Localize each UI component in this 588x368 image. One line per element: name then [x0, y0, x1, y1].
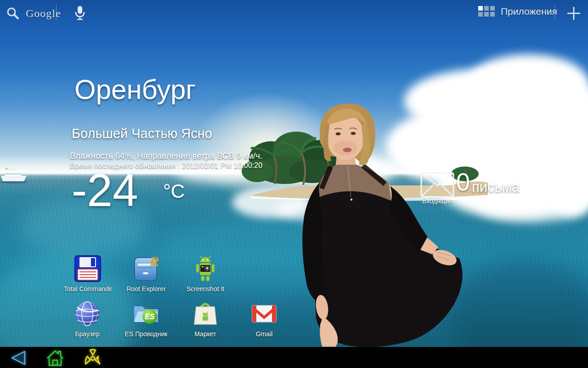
- gmail-envelope-icon: [249, 299, 279, 328]
- android-camera-icon: [191, 254, 220, 283]
- shortcut-market[interactable]: Маркет: [179, 299, 232, 338]
- plus-icon: [566, 6, 581, 21]
- svg-text:ES: ES: [145, 313, 155, 321]
- weather-widget[interactable]: Оренбург Большей Частью Ясно Влажность 6…: [69, 74, 317, 216]
- google-search-widget[interactable]: Google: [6, 4, 61, 23]
- apps-label: Приложения: [501, 6, 557, 17]
- email-widget[interactable]: Входящие 0 письма: [420, 171, 531, 207]
- back-button[interactable]: [6, 349, 30, 367]
- microphone-icon: [74, 5, 86, 21]
- topbar-divider: [554, 5, 555, 20]
- android-home-screen: Google Приложения Оренбург Большей Часть: [0, 0, 588, 368]
- shortcut-label: Total Commander: [64, 285, 112, 293]
- market-bag-icon: [191, 299, 220, 328]
- weather-unit: °C: [163, 180, 185, 202]
- add-widget-button[interactable]: [564, 4, 583, 23]
- shortcut-label: Root Explorer: [119, 285, 173, 293]
- weather-city: Оренбург: [74, 74, 196, 105]
- shortcut-screenshot-it[interactable]: Screenshot It: [179, 254, 232, 293]
- shortcut-root-explorer[interactable]: R Root Explorer: [119, 254, 173, 293]
- shortcut-gmail[interactable]: Gmail: [237, 299, 291, 338]
- weather-humidity-wind: Влажность 64%, Направление ветра ВСВ 9 к…: [70, 151, 262, 161]
- back-triangle-icon: [9, 350, 28, 366]
- shortcut-es-explorer[interactable]: ES ES Проводник: [119, 299, 173, 338]
- shortcut-label: Screenshot It: [179, 285, 232, 293]
- inbox-label: Входящие: [422, 197, 452, 205]
- shortcut-browser[interactable]: Браузер: [61, 299, 114, 338]
- shortcut-label: Маркет: [179, 330, 232, 338]
- recent-apps-button[interactable]: [81, 349, 105, 367]
- folder-es-icon: ES: [131, 299, 161, 328]
- unread-label: письма: [472, 179, 520, 196]
- apps-grid-icon: [478, 5, 495, 18]
- home-house-icon: [45, 349, 65, 367]
- envelope-icon: [420, 172, 454, 198]
- shortcut-total-commander[interactable]: Total Commander: [61, 254, 114, 293]
- shortcut-label: Браузер: [61, 330, 114, 338]
- radiation-icon: [83, 349, 102, 367]
- weather-condition: Большей Частью Ясно: [72, 126, 212, 141]
- all-apps-button[interactable]: Приложения: [478, 5, 557, 18]
- globe-icon: [73, 299, 102, 328]
- voice-search-button[interactable]: [70, 3, 90, 23]
- system-bar: 0:54 100: [0, 347, 588, 368]
- shortcut-label: ES Проводник: [119, 330, 173, 338]
- file-cabinet-icon: R: [131, 254, 161, 283]
- floppy-disk-icon: [73, 254, 102, 283]
- weather-temperature: -24: [72, 164, 138, 217]
- topbar-divider: [56, 5, 57, 20]
- shortcut-label: Gmail: [237, 330, 291, 338]
- unread-count: 0: [456, 167, 470, 196]
- magnifier-icon: [6, 6, 20, 21]
- svg-text:R: R: [149, 254, 159, 269]
- home-button[interactable]: [43, 349, 67, 367]
